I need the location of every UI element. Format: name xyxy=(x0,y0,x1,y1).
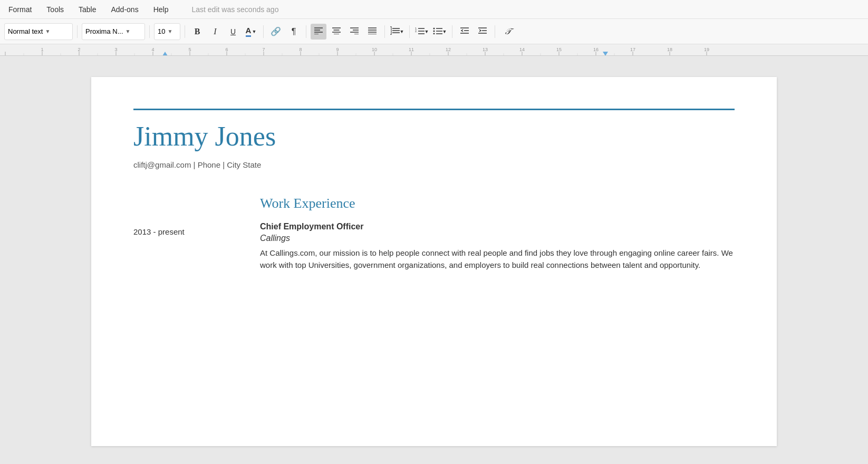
line-spacing-icon xyxy=(390,26,400,36)
svg-text:17: 17 xyxy=(630,47,635,52)
divider-4 xyxy=(263,25,264,38)
job-title: Chief Employment Officer xyxy=(260,222,735,231)
align-right-icon xyxy=(350,27,359,36)
divider-5 xyxy=(306,25,306,38)
job-date: 2013 - present xyxy=(133,225,249,236)
svg-text:2: 2 xyxy=(78,47,80,52)
bulleted-list-icon xyxy=(433,27,442,36)
menu-addons[interactable]: Add-ons xyxy=(109,4,141,15)
svg-text:8: 8 xyxy=(299,47,302,52)
svg-text:5: 5 xyxy=(188,47,191,52)
align-center-button[interactable] xyxy=(329,24,344,40)
svg-text:11: 11 xyxy=(409,47,414,52)
svg-text:14: 14 xyxy=(519,47,525,52)
svg-text:18: 18 xyxy=(667,47,672,52)
ruler-svg: 1 2 3 4 5 6 7 8 9 10 11 12 13 xyxy=(0,44,868,56)
job-company: Callings xyxy=(260,234,735,243)
resume-contact[interactable]: cliftj@gmail.com | Phone | City State xyxy=(133,160,735,169)
link-button[interactable]: 🔗 xyxy=(268,24,284,40)
divider-2 xyxy=(149,25,150,38)
clear-formatting-icon: 𝒯 xyxy=(505,27,510,36)
paragraph-icon: ¶ xyxy=(292,27,296,36)
bold-button[interactable]: B xyxy=(189,24,205,40)
svg-text:6: 6 xyxy=(225,47,228,52)
text-style-dropdown[interactable]: Normal text ▼ xyxy=(4,23,73,40)
text-color-button[interactable]: A ▼ xyxy=(243,24,259,40)
divider-3 xyxy=(185,25,185,38)
divider-9 xyxy=(495,25,495,38)
svg-point-24 xyxy=(433,28,435,30)
align-left-icon xyxy=(314,27,323,36)
bulleted-list-arrow-icon: ▼ xyxy=(442,29,447,34)
menu-table[interactable]: Table xyxy=(76,4,98,15)
svg-text:3: 3 xyxy=(114,47,117,52)
align-left-button[interactable] xyxy=(311,24,326,40)
svg-point-25 xyxy=(433,31,435,32)
divider-8 xyxy=(452,25,452,38)
align-justify-icon xyxy=(368,27,377,36)
svg-text:13: 13 xyxy=(483,47,488,52)
bulleted-list-button[interactable]: ▼ xyxy=(432,24,448,40)
ruler: 1 2 3 4 5 6 7 8 9 10 11 12 13 xyxy=(0,44,868,56)
section-title-work-experience: Work Experience xyxy=(260,196,735,211)
resume-header-line xyxy=(133,109,735,110)
underline-button[interactable]: U xyxy=(225,24,241,40)
svg-text:16: 16 xyxy=(593,47,599,52)
menu-format[interactable]: Format xyxy=(6,4,34,15)
job-description: At Callings.com, our mission is to help … xyxy=(260,247,735,271)
svg-point-26 xyxy=(433,33,435,35)
svg-text:9: 9 xyxy=(336,47,339,52)
svg-text:7: 7 xyxy=(262,47,265,52)
font-size-dropdown[interactable]: 10 ▼ xyxy=(154,23,180,40)
text-style-value: Normal text xyxy=(8,27,43,35)
svg-text:4: 4 xyxy=(151,47,154,52)
align-justify-button[interactable] xyxy=(364,24,380,40)
menu-tools[interactable]: Tools xyxy=(44,4,66,15)
font-size-value: 10 xyxy=(158,27,165,35)
divider-7 xyxy=(409,25,410,38)
paragraph-button[interactable]: ¶ xyxy=(286,24,302,40)
resume-body: 2013 - present Work Experience Chief Emp… xyxy=(133,196,735,271)
resume-right-column: Work Experience Chief Employment Officer… xyxy=(260,196,735,271)
svg-text:15: 15 xyxy=(556,47,562,52)
align-right-button[interactable] xyxy=(346,24,362,40)
italic-button[interactable]: I xyxy=(207,24,223,40)
divider-1 xyxy=(77,25,78,38)
svg-rect-36 xyxy=(0,44,868,56)
text-color-label: A xyxy=(246,26,252,37)
svg-text:10: 10 xyxy=(372,47,377,52)
font-name-value: Proxima N... xyxy=(85,27,123,35)
align-center-icon xyxy=(332,27,341,36)
clear-formatting-button[interactable]: 𝒯 xyxy=(499,24,515,40)
document-area: Jimmy Jones cliftj@gmail.com | Phone | C… xyxy=(0,56,868,464)
increase-indent-icon xyxy=(478,27,487,36)
decrease-indent-button[interactable] xyxy=(457,24,472,40)
page[interactable]: Jimmy Jones cliftj@gmail.com | Phone | C… xyxy=(91,77,777,446)
line-spacing-arrow-icon: ▼ xyxy=(400,29,404,34)
text-style-arrow-icon: ▼ xyxy=(45,28,50,34)
resume-left-column: 2013 - present xyxy=(133,196,260,271)
svg-text:19: 19 xyxy=(704,47,709,52)
decrease-indent-icon xyxy=(460,27,469,36)
last-edit-status: Last edit was seconds ago xyxy=(191,5,278,14)
increase-indent-button[interactable] xyxy=(475,24,490,40)
numbered-list-icon: 1.2. xyxy=(415,27,425,36)
svg-text:12: 12 xyxy=(446,47,451,52)
line-spacing-button[interactable]: ▼ xyxy=(389,24,405,40)
svg-text:2.: 2. xyxy=(415,30,417,33)
numbered-list-arrow-icon: ▼ xyxy=(425,29,429,34)
divider-6 xyxy=(384,25,385,38)
link-icon: 🔗 xyxy=(271,26,281,36)
toolbar: Normal text ▼ Proxima N... ▼ 10 ▼ B I U … xyxy=(0,19,868,44)
text-color-arrow-icon: ▼ xyxy=(252,29,256,34)
menu-help[interactable]: Help xyxy=(151,4,171,15)
resume-name[interactable]: Jimmy Jones xyxy=(133,121,735,152)
font-size-arrow-icon: ▼ xyxy=(167,28,172,34)
font-name-dropdown[interactable]: Proxima N... ▼ xyxy=(82,23,145,40)
menu-bar: Format Tools Table Add-ons Help Last edi… xyxy=(0,0,868,19)
numbered-list-button[interactable]: 1.2. ▼ xyxy=(414,24,430,40)
font-name-arrow-icon: ▼ xyxy=(126,28,131,34)
svg-text:1: 1 xyxy=(41,47,43,52)
